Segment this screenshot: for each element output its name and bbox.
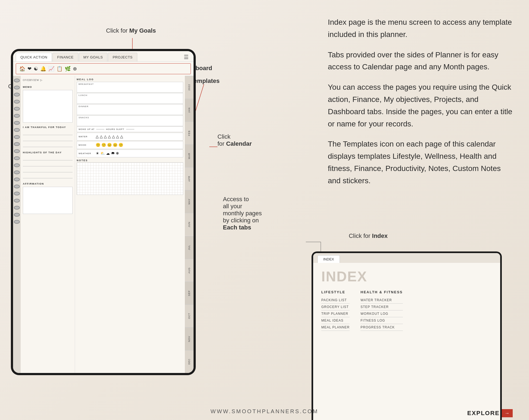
memo-box[interactable] — [23, 90, 73, 123]
explore-button[interactable]: EXPLORE → — [467, 409, 513, 417]
toolbar-heart-icon[interactable]: ❤ — [27, 66, 32, 72]
month-tab-2022[interactable]: 2022 — [185, 76, 194, 99]
para3: You can access the pages you require usi… — [328, 81, 513, 130]
meal-row-breakfast[interactable]: BREAKFAST — [77, 82, 183, 93]
index-col-lifestyle: LIFESTYLE PACKING LIST GROCERY LIST TRIP… — [321, 290, 350, 331]
hours-line — [126, 129, 134, 129]
meal-row-dinner[interactable]: DINNER — [77, 104, 183, 115]
meal-row-lunch[interactable]: LUNCH — [77, 93, 183, 104]
index-item-water-tracker[interactable]: WATER TRACKER — [360, 297, 403, 304]
planner-content: OVERVIEW ▷ MEMO I AM THANKFUL FOR TODAY … — [13, 76, 194, 373]
explore-arrow-icon: → — [502, 409, 513, 417]
spiral-ring — [14, 121, 20, 125]
mood-icon[interactable]: 🙂 — [96, 143, 100, 147]
annotation-my-goals: Click for My Goals — [106, 27, 156, 34]
text-line — [23, 155, 73, 160]
water-icon[interactable]: △ — [120, 134, 123, 139]
water-icon[interactable]: △ — [108, 134, 111, 139]
highlights-lines — [23, 155, 73, 178]
toolbar-leaf-icon[interactable]: 🌿 — [65, 66, 71, 72]
weather-icon-snow[interactable]: ❄ — [116, 151, 119, 156]
toolbar-bell-icon[interactable]: 🔔 — [40, 66, 46, 72]
month-tab-mar[interactable]: MAR — [185, 144, 194, 167]
notes-grid-box[interactable] — [77, 162, 183, 195]
month-tab-jul[interactable]: JUL — [185, 236, 194, 259]
tablet-main: QUICK ACTION FINANCE MY GOALS PROJECTS ☰… — [11, 49, 196, 375]
affirmation-box[interactable] — [23, 187, 73, 214]
month-tab-jan[interactable]: JAN — [185, 99, 194, 122]
description-text: Index page is the menu screen to access … — [328, 16, 513, 187]
index-item-fitness-log[interactable]: FITNESS LOG — [360, 317, 403, 324]
water-label: WATER — [79, 135, 94, 138]
index-item[interactable]: PACKING LIST — [321, 297, 350, 304]
index-tab[interactable]: INDEX — [318, 255, 340, 263]
thankful-lines — [23, 130, 73, 147]
text-line — [23, 142, 73, 147]
meal-row-snacks[interactable]: SNACKS — [77, 115, 183, 126]
mood-icon[interactable]: 🙂 — [101, 143, 106, 147]
index-item[interactable]: MEAL IDEAS — [321, 317, 350, 324]
month-tab-oct[interactable]: OCT — [185, 304, 194, 327]
spiral-ring — [14, 206, 20, 210]
para2: Tabs provided over the sides of Planner … — [328, 49, 513, 73]
spiral-ring — [14, 149, 20, 153]
memo-label: MEMO — [23, 86, 73, 88]
mood-icon[interactable]: 🙂 — [119, 143, 123, 147]
water-icon[interactable]: △ — [104, 134, 107, 139]
index-item-step-tracker[interactable]: STEP TRACKER — [360, 304, 403, 310]
index-item[interactable]: MEAL PLANNER — [321, 324, 350, 331]
toolbar-wellness-icon[interactable]: ☯ — [34, 66, 38, 72]
water-icon[interactable]: △ — [96, 134, 99, 139]
month-tab-jun[interactable]: JUN — [185, 213, 194, 236]
text-line — [23, 173, 73, 178]
toolbar-clipboard-icon[interactable]: 📋 — [57, 66, 63, 72]
woke-line — [96, 129, 104, 129]
tab-quick-action[interactable]: QUICK ACTION — [16, 53, 52, 61]
weather-icon-sun[interactable]: ☀ — [96, 151, 99, 156]
tab-my-goals[interactable]: MY GOALS — [79, 53, 108, 61]
month-tab-dec[interactable]: DEC — [185, 350, 194, 373]
water-icon[interactable]: △ — [112, 134, 115, 139]
spiral-ring — [14, 107, 20, 111]
month-tabs: 2022 JAN FEB MAR APR MAY JUN JUL AUG SEP… — [185, 76, 194, 373]
weather-icon-cloudy[interactable]: ☁ — [106, 151, 110, 156]
spiral-ring — [14, 86, 20, 89]
toolbar-circle-icon[interactable]: ⊕ — [73, 66, 77, 72]
month-tab-aug[interactable]: AUG — [185, 259, 194, 282]
month-tab-sep[interactable]: SEP — [185, 282, 194, 304]
toolbar-home-icon[interactable]: 🏠 — [19, 66, 25, 72]
month-tab-may[interactable]: MAY — [185, 190, 194, 213]
weather-tracker-row: WEATHER ☀ ⛅ ☁ 🌧 ❄ — [77, 150, 183, 157]
mood-icon[interactable]: 😐 — [107, 143, 112, 147]
index-item-workout-log[interactable]: WORKOUT LOG — [360, 310, 403, 317]
month-tab-feb[interactable]: FEB — [185, 122, 194, 144]
spiral-ring — [14, 213, 20, 217]
index-item[interactable]: GROCERY LIST — [321, 304, 350, 310]
spiral-ring — [14, 142, 20, 146]
lifestyle-title: LIFESTYLE — [321, 290, 350, 294]
mood-label: MOOD — [79, 144, 94, 146]
weather-icon-rain[interactable]: 🌧 — [111, 151, 115, 156]
index-item-progress-track[interactable]: PROGRESS TRACK — [360, 324, 403, 331]
spiral-ring — [14, 199, 20, 203]
para4: The Templates icon on each page of this … — [328, 138, 513, 187]
weather-icon-cloud[interactable]: ⛅ — [100, 151, 105, 156]
spiral-ring — [14, 156, 20, 160]
spiral-ring — [14, 220, 20, 224]
overview-label: OVERVIEW ▷ — [23, 79, 73, 82]
affirmation-label: AFFIRMATION — [23, 182, 73, 185]
water-icon[interactable]: △ — [100, 134, 103, 139]
index-item[interactable]: TRIP PLANNER — [321, 310, 350, 317]
tab-finance[interactable]: FINANCE — [52, 53, 78, 61]
tab-bar: QUICK ACTION FINANCE MY GOALS PROJECTS ☰ — [13, 51, 194, 62]
month-tab-apr[interactable]: APR — [185, 167, 194, 190]
hours-slept-label: HOURS SLEPT — [106, 128, 124, 130]
water-icon[interactable]: △ — [116, 134, 119, 139]
spiral-ring — [14, 178, 20, 181]
menu-icon[interactable]: ☰ — [182, 53, 191, 61]
mood-icon[interactable]: 😐 — [113, 143, 117, 147]
month-tab-nov[interactable]: NOV — [185, 327, 194, 350]
toolbar-chart-icon[interactable]: 📈 — [48, 66, 54, 72]
annotation-each-tabs: Access toall yourmonthly pagesby clickin… — [223, 196, 262, 231]
tab-projects[interactable]: PROJECTS — [108, 53, 137, 61]
